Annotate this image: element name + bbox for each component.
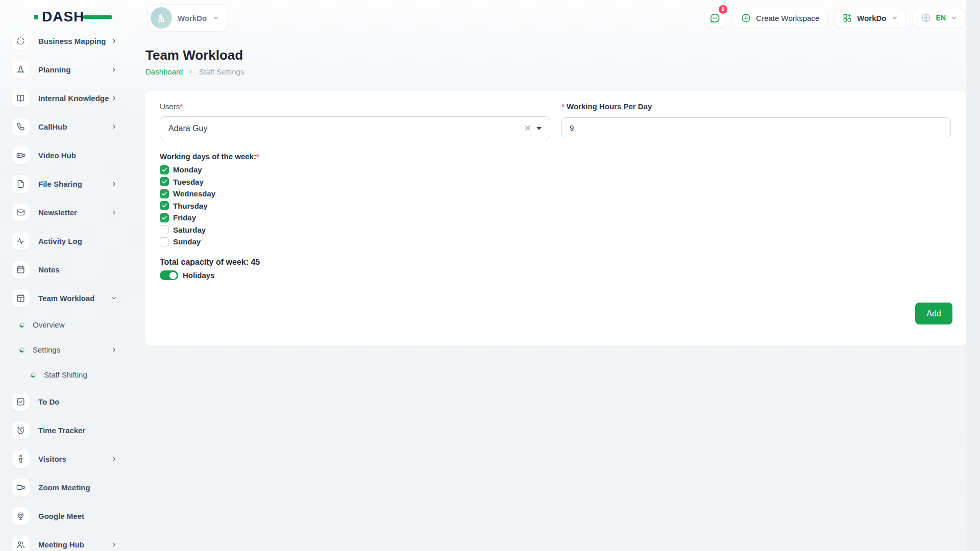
- workspace-avatar: [151, 7, 172, 29]
- checkbox-wednesday[interactable]: [160, 189, 169, 198]
- working-day-monday[interactable]: Monday: [160, 164, 215, 176]
- bullet-icon: [19, 322, 24, 328]
- chevron-down-icon: [111, 295, 117, 302]
- total-capacity-text: Total capacity of week: 45: [160, 258, 260, 267]
- chevron-down-icon: [212, 14, 219, 21]
- working-hours-label: * Working Hours Per Day: [561, 102, 652, 111]
- sidebar-item-internal-knowledge[interactable]: Internal Knowledge: [0, 84, 129, 112]
- working-day-friday[interactable]: Friday: [160, 212, 215, 224]
- sidebar-item-visitors[interactable]: Visitors: [0, 444, 129, 473]
- sidebar-item-zoom-meeting[interactable]: Zoom Meeting: [0, 473, 129, 502]
- holidays-row: Holidays: [160, 270, 215, 280]
- users-select-value: Adara Guy: [168, 124, 207, 133]
- chevron-right-icon: [188, 69, 193, 74]
- page-scrollbar[interactable]: [966, 0, 980, 551]
- envelope-icon: [12, 204, 30, 221]
- chevron-right-icon: [111, 66, 117, 73]
- chevron-right-icon: [111, 456, 117, 462]
- chevron-down-icon: [950, 14, 958, 21]
- language-selector[interactable]: EN: [913, 8, 965, 28]
- holidays-toggle[interactable]: [160, 270, 178, 280]
- building-icon: [156, 12, 167, 23]
- sidebar-item-activity-log[interactable]: Activity Log: [0, 227, 129, 255]
- logo-text: DASH: [42, 8, 84, 26]
- required-marker: *: [561, 102, 565, 111]
- staff-settings-card: Users* Adara Guy ✕ * Working Hours Per D…: [145, 91, 966, 346]
- breadcrumb-dashboard-link[interactable]: Dashboard: [145, 67, 183, 76]
- checkbox-monday[interactable]: [160, 165, 169, 174]
- checkbox-thursday[interactable]: [160, 201, 169, 210]
- working-days-label: Working days of the week:*: [160, 152, 259, 161]
- sidebar: Business Mapping Planning Internal Knowl…: [0, 27, 129, 551]
- sidebar-item-video-hub[interactable]: Video Hub: [0, 141, 129, 169]
- sidebar-item-overview[interactable]: Overview: [0, 312, 129, 337]
- checkbox-saturday[interactable]: [160, 225, 169, 234]
- add-button[interactable]: Add: [915, 303, 952, 324]
- sidebar-item-business-mapping[interactable]: Business Mapping: [0, 27, 129, 55]
- sidebar-item-to-do[interactable]: To Do: [0, 387, 129, 416]
- bullet-icon: [19, 347, 24, 353]
- chevron-right-icon: [111, 346, 117, 353]
- person-icon: [12, 450, 30, 468]
- sidebar-item-team-workload[interactable]: Team Workload: [0, 284, 129, 312]
- planning-icon: [12, 61, 30, 79]
- sidebar-item-staff-shifting[interactable]: Staff Shifting: [0, 362, 129, 387]
- users-label: Users*: [160, 102, 183, 111]
- sidebar-item-callhub[interactable]: CallHub: [0, 112, 129, 141]
- business-mapping-icon: [12, 32, 30, 50]
- breadcrumb: Dashboard Staff Settings: [145, 67, 244, 76]
- file-icon: [12, 175, 30, 193]
- chevron-right-icon: [111, 209, 117, 216]
- checkbox-friday[interactable]: [160, 213, 169, 222]
- sidebar-item-time-tracker[interactable]: Time Tracker: [0, 416, 129, 444]
- users-select[interactable]: Adara Guy ✕: [160, 116, 550, 140]
- chevron-right-icon: [111, 95, 117, 102]
- alarm-clock-icon: [12, 421, 30, 439]
- video-camera-icon: [12, 479, 30, 496]
- working-day-thursday[interactable]: Thursday: [160, 200, 215, 212]
- working-hours-input[interactable]: [561, 117, 951, 138]
- sidebar-item-google-meet[interactable]: Google Meet: [0, 502, 129, 530]
- required-marker: *: [256, 152, 259, 161]
- sidebar-item-settings[interactable]: Settings: [0, 337, 129, 362]
- page-title: Team Workload: [145, 47, 243, 63]
- chevron-right-icon: [111, 541, 117, 548]
- workspace-switcher[interactable]: WorkDo: [147, 4, 228, 32]
- apps-grid-icon: [842, 13, 852, 23]
- sidebar-item-file-sharing[interactable]: File Sharing: [0, 169, 129, 198]
- chevron-right-icon: [111, 38, 117, 44]
- checkbox-tuesday[interactable]: [160, 177, 169, 186]
- sidebar-item-notes[interactable]: Notes: [0, 255, 129, 284]
- calendar-icon: [12, 261, 30, 279]
- phone-icon: [12, 118, 30, 136]
- required-marker: *: [180, 102, 183, 111]
- app-logo[interactable]: DASH: [34, 8, 84, 26]
- dropdown-caret-icon: [536, 127, 542, 130]
- holidays-label: Holidays: [183, 271, 215, 280]
- language-code: EN: [936, 14, 946, 22]
- working-day-sunday[interactable]: Sunday: [160, 236, 215, 248]
- create-workspace-label: Create Workspace: [756, 14, 819, 22]
- working-day-tuesday[interactable]: Tuesday: [160, 176, 215, 188]
- create-workspace-button[interactable]: Create Workspace: [732, 8, 828, 28]
- sidebar-item-planning[interactable]: Planning: [0, 55, 129, 84]
- clear-icon[interactable]: ✕: [522, 122, 533, 135]
- working-day-saturday[interactable]: Saturday: [160, 224, 215, 236]
- plus-circle-icon: [741, 13, 751, 23]
- workspace-menu-button[interactable]: WorkDo: [835, 8, 905, 28]
- sidebar-item-meeting-hub[interactable]: Meeting Hub: [0, 530, 129, 551]
- checkbox-sunday[interactable]: [160, 237, 169, 246]
- book-icon: [12, 89, 30, 107]
- chevron-down-icon: [891, 14, 898, 21]
- working-day-wednesday[interactable]: Wednesday: [160, 188, 215, 200]
- messages-button[interactable]: 0: [704, 8, 725, 28]
- logo-dash: [83, 15, 112, 19]
- calendar-workload-icon: [12, 289, 30, 307]
- sidebar-item-newsletter[interactable]: Newsletter: [0, 198, 129, 227]
- workspace-menu-label: WorkDo: [857, 14, 886, 22]
- breadcrumb-current: Staff Settings: [199, 67, 244, 76]
- webcam-icon: [12, 507, 30, 525]
- chevron-right-icon: [111, 181, 117, 187]
- notification-badge: 0: [719, 5, 727, 14]
- bullet-icon: [31, 372, 36, 378]
